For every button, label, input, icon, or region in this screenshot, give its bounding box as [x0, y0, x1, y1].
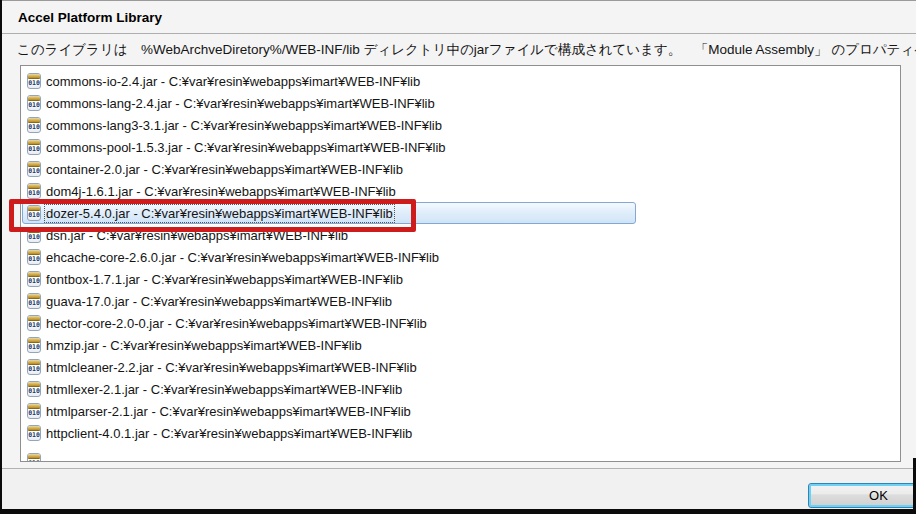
jar-file-icon: 010	[27, 205, 41, 221]
list-item[interactable]: 010 commons-lang-2.4.jar - C:¥var¥resin¥…	[21, 92, 900, 114]
jar-item-label: commons-lang-2.4.jar - C:¥var¥resin¥weba…	[46, 96, 435, 111]
jar-item-label: commons-pool-1.5.3.jar - C:¥var¥resin¥we…	[46, 140, 446, 155]
jar-item-label: guava-17.0.jar - C:¥var¥resin¥webapps¥im…	[46, 294, 392, 309]
list-item-content: 010 htmlcleaner-2.2.jar - C:¥var¥resin¥w…	[23, 356, 423, 378]
jar-icon-glyph: 010	[28, 366, 40, 373]
list-item[interactable]: 010 fontbox-1.7.1.jar - C:¥var¥resin¥web…	[21, 268, 900, 290]
list-item[interactable]: 010 ehcache-core-2.6.0.jar - C:¥var¥resi…	[21, 246, 900, 268]
jar-icon-glyph: 010	[28, 432, 40, 439]
jar-icon-glyph: 010	[28, 212, 40, 219]
jar-file-icon: 010	[27, 359, 41, 375]
jar-icon-glyph: 010	[28, 124, 40, 131]
jar-file-icon: 010	[27, 381, 41, 397]
jar-item-label: dom4j-1.6.1.jar - C:¥var¥resin¥webapps¥i…	[46, 184, 396, 199]
list-item[interactable]: 010 commons-lang3-3.1.jar - C:¥var¥resin…	[21, 114, 900, 136]
jar-icon-glyph: 010	[28, 322, 40, 329]
jar-item-label: ehcache-core-2.6.0.jar - C:¥var¥resin¥we…	[46, 250, 439, 265]
list-item-content: 010 dsn.jar - C:¥var¥resin¥webapps¥imart…	[23, 224, 354, 246]
jar-file-icon: 010	[27, 227, 41, 243]
jar-file-icon: 010	[27, 73, 41, 89]
jar-icon-glyph: 010	[28, 234, 40, 241]
jar-file-icon: 010	[27, 425, 41, 441]
list-item-content: 010 hmzip.jar - C:¥var¥resin¥webapps¥ima…	[23, 334, 368, 356]
jar-item-label: hmzip.jar - C:¥var¥resin¥webapps¥imart¥W…	[46, 338, 362, 353]
list-item-content: 010 commons-pool-1.5.3.jar - C:¥var¥resi…	[23, 136, 452, 158]
jar-icon-glyph: 010	[28, 388, 40, 395]
library-description: このライブラリは %WebArchveDiretory%/WEB-INF/lib…	[17, 39, 916, 60]
list-item-content: 010	[23, 450, 47, 462]
jar-file-icon: 010	[27, 293, 41, 309]
list-item-content: 010 htmlparser-2.1.jar - C:¥var¥resin¥we…	[23, 400, 417, 422]
jar-file-icon: 010	[27, 183, 41, 199]
list-item-content: 010 ehcache-core-2.6.0.jar - C:¥var¥resi…	[23, 246, 445, 268]
list-item[interactable]: 010 container-2.0.jar - C:¥var¥resin¥web…	[21, 158, 900, 180]
list-item-content: 010 hector-core-2.0-0.jar - C:¥var¥resin…	[23, 312, 433, 334]
title-separator	[2, 33, 916, 34]
list-item-content: 010 commons-io-2.4.jar - C:¥var¥resin¥we…	[23, 70, 426, 92]
list-item-content: 010 commons-lang-2.4.jar - C:¥var¥resin¥…	[23, 92, 441, 114]
jar-icon-glyph: 010	[28, 146, 40, 153]
jar-icon-glyph: 010	[28, 460, 40, 462]
jar-icon-glyph: 010	[28, 168, 40, 175]
window-border-bottom	[0, 509, 916, 514]
list-item-content: 010 dozer-5.4.0.jar - C:¥var¥resin¥webap…	[22, 202, 636, 224]
jar-item-label: hector-core-2.0-0.jar - C:¥var¥resin¥web…	[46, 316, 427, 331]
list-item[interactable]: 010 dozer-5.4.0.jar - C:¥var¥resin¥webap…	[21, 202, 900, 224]
list-item-content: 010 container-2.0.jar - C:¥var¥resin¥web…	[23, 158, 409, 180]
list-item[interactable]: 010	[21, 450, 900, 462]
list-item[interactable]: 010 dsn.jar - C:¥var¥resin¥webapps¥imart…	[21, 224, 900, 246]
list-item[interactable]: 010 hmzip.jar - C:¥var¥resin¥webapps¥ima…	[21, 334, 900, 356]
jar-icon-glyph: 010	[28, 256, 40, 263]
list-item[interactable]: 010 htmllexer-2.1.jar - C:¥var¥resin¥web…	[21, 378, 900, 400]
jar-file-icon: 010	[27, 95, 41, 111]
jar-file-icon: 010	[27, 117, 41, 133]
jar-item-label: commons-lang3-3.1.jar - C:¥var¥resin¥web…	[46, 118, 442, 133]
list-item[interactable]: 010 httpclient-4.0.1.jar - C:¥var¥resin¥…	[21, 422, 900, 444]
window-border-left	[0, 0, 2, 514]
list-item[interactable]: 010 commons-io-2.4.jar - C:¥var¥resin¥we…	[21, 70, 900, 92]
jar-file-icon: 010	[27, 249, 41, 265]
list-item[interactable]: 010 commons-pool-1.5.3.jar - C:¥var¥resi…	[21, 136, 900, 158]
jar-icon-glyph: 010	[28, 80, 40, 87]
jar-file-icon: 010	[27, 139, 41, 155]
jar-item-label: httpclient-4.0.1.jar - C:¥var¥resin¥weba…	[46, 426, 412, 441]
list-item[interactable]: 010 guava-17.0.jar - C:¥var¥resin¥webapp…	[21, 290, 900, 312]
jar-icon-glyph: 010	[28, 300, 40, 307]
list-item-content: 010 httpclient-4.0.1.jar - C:¥var¥resin¥…	[23, 422, 418, 444]
footer-area	[2, 469, 916, 509]
list-item-content: 010 guava-17.0.jar - C:¥var¥resin¥webapp…	[23, 290, 398, 312]
jar-icon-glyph: 010	[28, 102, 40, 109]
list-item[interactable]: 010 htmlparser-2.1.jar - C:¥var¥resin¥we…	[21, 400, 900, 422]
jar-file-icon: 010	[27, 403, 41, 419]
jar-item-label: htmlparser-2.1.jar - C:¥var¥resin¥webapp…	[46, 404, 411, 419]
list-item-content: 010 htmllexer-2.1.jar - C:¥var¥resin¥web…	[23, 378, 408, 400]
ok-button[interactable]: OK	[808, 483, 916, 508]
window-border-top	[0, 0, 916, 1]
jar-file-icon: 010	[27, 337, 41, 353]
jar-file-icon: 010	[27, 271, 41, 287]
jar-item-label: htmlcleaner-2.2.jar - C:¥var¥resin¥webap…	[46, 360, 417, 375]
jar-item-label: fontbox-1.7.1.jar - C:¥var¥resin¥webapps…	[46, 272, 403, 287]
jar-file-icon: 010	[27, 161, 41, 177]
footer-separator	[2, 468, 916, 469]
jar-icon-glyph: 010	[28, 190, 40, 197]
list-item-content: 010 commons-lang3-3.1.jar - C:¥var¥resin…	[23, 114, 448, 136]
list-item-content: 010 fontbox-1.7.1.jar - C:¥var¥resin¥web…	[23, 268, 409, 290]
list-item[interactable]: 010 dom4j-1.6.1.jar - C:¥var¥resin¥webap…	[21, 180, 900, 202]
jar-item-label: dsn.jar - C:¥var¥resin¥webapps¥imart¥WEB…	[46, 228, 348, 243]
jar-icon-glyph: 010	[28, 410, 40, 417]
jar-item-label: commons-io-2.4.jar - C:¥var¥resin¥webapp…	[46, 74, 420, 89]
jar-file-icon: 010	[27, 315, 41, 331]
jar-list[interactable]: 010 commons-io-2.4.jar - C:¥var¥resin¥we…	[20, 65, 901, 462]
list-item-content: 010 dom4j-1.6.1.jar - C:¥var¥resin¥webap…	[23, 180, 402, 202]
jar-icon-glyph: 010	[28, 278, 40, 285]
jar-file-icon: 010	[27, 453, 41, 462]
list-item[interactable]: 010 hector-core-2.0-0.jar - C:¥var¥resin…	[21, 312, 900, 334]
jar-item-label: dozer-5.4.0.jar - C:¥var¥resin¥webapps¥i…	[46, 206, 393, 221]
jar-item-label: container-2.0.jar - C:¥var¥resin¥webapps…	[46, 162, 403, 177]
jar-item-label: htmllexer-2.1.jar - C:¥var¥resin¥webapps…	[46, 382, 402, 397]
dialog-title: Accel Platform Library	[18, 7, 162, 29]
jar-icon-glyph: 010	[28, 344, 40, 351]
list-item[interactable]: 010 htmlcleaner-2.2.jar - C:¥var¥resin¥w…	[21, 356, 900, 378]
